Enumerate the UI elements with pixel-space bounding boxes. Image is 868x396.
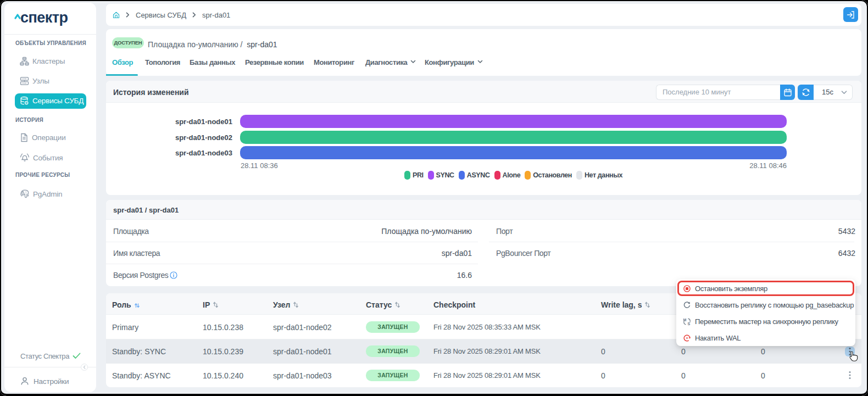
svg-text:S: S: [688, 322, 691, 325]
